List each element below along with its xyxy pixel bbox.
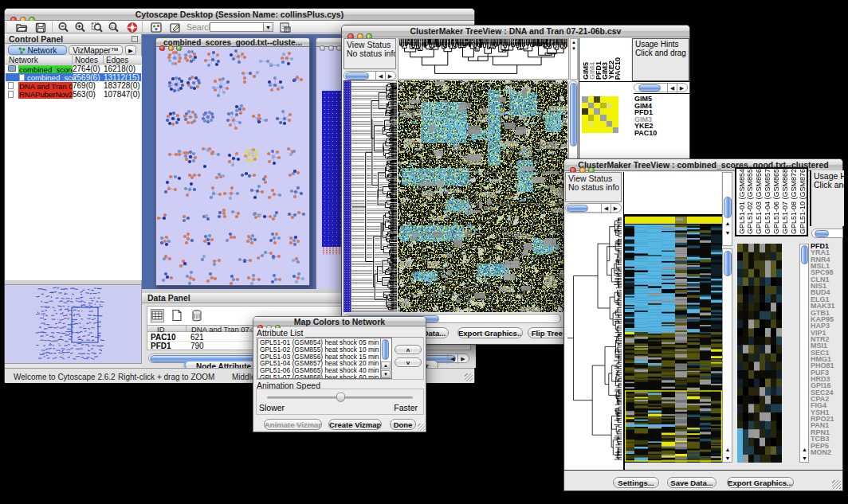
svg-text:1:1: 1:1 [111, 24, 116, 29]
